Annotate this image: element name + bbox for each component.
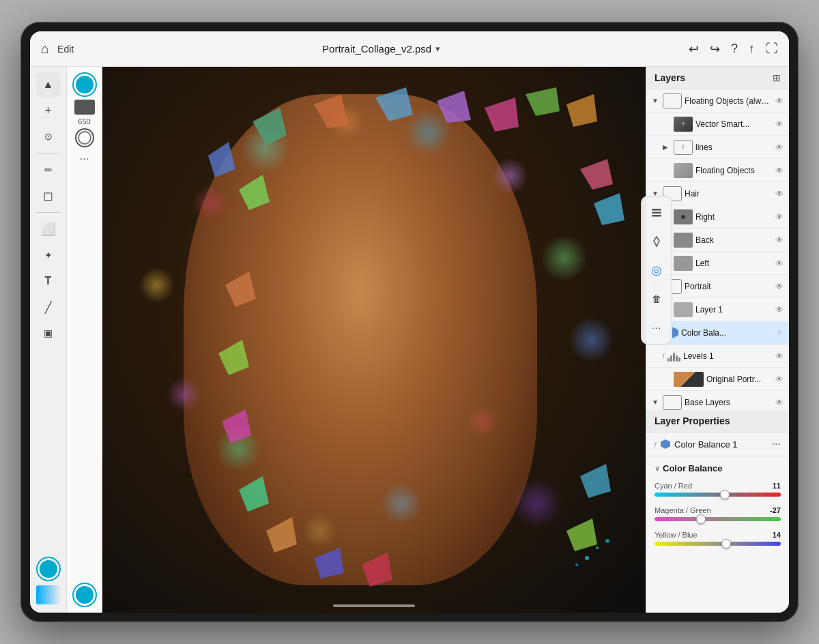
eye-orig[interactable]: 👁 xyxy=(775,375,784,384)
yellow-value: 14 xyxy=(773,531,781,539)
yellow-thumb[interactable] xyxy=(721,539,731,548)
header-center: Portrait_Collage_v2.psd ▾ xyxy=(322,43,440,55)
eraser-tool[interactable]: ◻ xyxy=(36,184,61,208)
slider-yellow-blue: Yellow / Blue 14 xyxy=(655,531,781,546)
fullscreen-icon[interactable]: ⛶ xyxy=(766,42,778,56)
cyan-thumb[interactable] xyxy=(720,490,730,499)
select-tool[interactable]: ▲ xyxy=(36,72,61,97)
brush-shape[interactable] xyxy=(74,100,95,115)
eye-back[interactable]: 👁 xyxy=(775,235,784,245)
image-tool[interactable]: ▣ xyxy=(36,321,61,345)
bar1 xyxy=(667,358,670,362)
section-chevron[interactable]: ∨ xyxy=(655,464,660,473)
properties-more-btn[interactable]: ··· xyxy=(772,438,781,450)
color-circle2 xyxy=(76,586,94,604)
layer-name-right: Right xyxy=(695,212,773,222)
canvas-area[interactable] xyxy=(102,67,646,613)
brush-size-circle[interactable] xyxy=(72,72,97,97)
eye-right[interactable]: 👁 xyxy=(775,212,784,222)
layer-levels1[interactable]: 𝑓 Levels 1 👁 xyxy=(646,345,789,368)
bar3 xyxy=(673,353,675,362)
line-tool[interactable]: ╱ xyxy=(36,295,61,319)
layers-icon xyxy=(650,207,663,219)
brush-fill xyxy=(76,76,94,93)
layers-settings-icon[interactable]: ⊞ xyxy=(773,72,781,83)
yellow-track[interactable] xyxy=(655,542,781,546)
brushes-action-btn[interactable] xyxy=(646,231,667,252)
color-action-btn[interactable]: ◎ xyxy=(646,259,667,281)
eye-portrait-group[interactable]: 👁 xyxy=(775,282,784,291)
layer-lines-group[interactable]: ▶ f lines 👁 xyxy=(646,136,789,159)
eye-left[interactable]: 👁 xyxy=(775,259,784,268)
eye-lines[interactable]: 👁 xyxy=(775,143,784,152)
eye-hair[interactable]: 👁 xyxy=(775,189,784,199)
transform-tool[interactable]: ⬜ xyxy=(36,217,61,241)
magenta-label: Magenta / Green xyxy=(655,506,711,514)
layer-original-portrait[interactable]: Original Portr... 👁 xyxy=(646,368,789,391)
brush-hardness[interactable] xyxy=(75,128,94,147)
lasso-tool[interactable]: ⊙ xyxy=(36,124,61,149)
layer-name-levels: Levels 1 xyxy=(683,351,773,361)
edit-label[interactable]: Edit xyxy=(57,44,74,55)
selected-layer-row: 𝑓 Color Balance 1 ··· xyxy=(646,433,789,456)
brush-size-label: 650 xyxy=(78,117,90,126)
magenta-track[interactable] xyxy=(655,517,781,521)
brush-panel: 650 ··· xyxy=(67,67,102,613)
redo-icon[interactable]: ↪ xyxy=(710,42,720,57)
layer-floating-group[interactable]: ▼ Floating Objects (alway... 👁 xyxy=(646,89,789,113)
color-swatch-bottom2[interactable] xyxy=(72,583,97,607)
brush-tool[interactable]: ✏ xyxy=(36,158,61,182)
healing-tool[interactable]: ✦ xyxy=(36,243,61,267)
layer-name-cb: Color Bala... xyxy=(681,328,773,338)
layer-name-fo: Floating Objects xyxy=(695,166,773,175)
eye-levels[interactable]: 👁 xyxy=(775,351,784,361)
color-picker-bottom[interactable] xyxy=(36,557,61,581)
expand-lines[interactable]: ▶ xyxy=(663,143,671,151)
cyan-track[interactable] xyxy=(655,493,781,497)
undo-icon[interactable]: ↩ xyxy=(689,42,699,57)
opacity-slider[interactable] xyxy=(36,585,61,604)
expand-floating[interactable]: ▼ xyxy=(652,97,660,104)
home-icon[interactable]: ⌂ xyxy=(41,41,49,57)
layer-base-layers[interactable]: ▼ Base Layers 👁 xyxy=(646,391,789,410)
delete-action-btn[interactable]: 🗑 xyxy=(646,288,667,310)
layer-vector-smart[interactable]: ✦ Vector Smart... 👁 xyxy=(646,113,789,136)
magenta-value: -27 xyxy=(770,506,781,514)
more-action-btn[interactable]: ··· xyxy=(646,317,667,338)
layer-properties-panel: Layer Properties 𝑓 Color Balance 1 ··· ∨… xyxy=(646,410,789,613)
cyan-label: Cyan / Red xyxy=(655,482,692,490)
selected-layer-name: Color Balance 1 xyxy=(674,439,768,450)
toolbar-divider xyxy=(36,153,61,153)
layers-title: Layers xyxy=(655,72,685,83)
eye-fo[interactable]: 👁 xyxy=(775,166,784,175)
properties-title: Layer Properties xyxy=(655,415,730,426)
home-indicator xyxy=(333,604,415,607)
share-icon[interactable]: ↑ xyxy=(749,42,755,56)
help-icon[interactable]: ? xyxy=(731,42,738,56)
eye-base[interactable]: 👁 xyxy=(775,398,784,407)
layer-name-hair: Hair xyxy=(685,189,773,199)
eye-vector[interactable]: 👁 xyxy=(775,119,784,129)
layer-name-orig: Original Portr... xyxy=(706,375,773,384)
thumb-left xyxy=(674,256,693,271)
magenta-thumb[interactable] xyxy=(696,514,706,524)
more-options-icon[interactable]: ··· xyxy=(80,153,89,165)
layer-floating-objects[interactable]: Floating Objects 👁 xyxy=(646,159,789,182)
left-toolbar: ▲ + ⊙ ✏ ◻ ⬜ ✦ T ╱ ▣ xyxy=(30,67,67,613)
eye-layer1[interactable]: 👁 xyxy=(775,305,784,314)
expand-base[interactable]: ▼ xyxy=(652,398,660,406)
magenta-label-row: Magenta / Green -27 xyxy=(655,506,781,514)
type-tool[interactable]: T xyxy=(36,269,61,293)
eye-floating[interactable]: 👁 xyxy=(775,96,784,106)
layers-action-btn[interactable] xyxy=(646,202,667,224)
layer-name-vector: Vector Smart... xyxy=(695,119,773,129)
section-title: Color Balance xyxy=(663,463,722,473)
layer-name-left: Left xyxy=(695,259,773,268)
filename-label: Portrait_Collage_v2.psd xyxy=(322,43,431,55)
add-tool[interactable]: + xyxy=(36,98,61,123)
layer-name-floating: Floating Objects (alway... xyxy=(685,96,773,106)
eye-cb[interactable]: 👁 xyxy=(775,328,784,338)
filename-dropdown-icon[interactable]: ▾ xyxy=(435,44,440,54)
layer-name-lines: lines xyxy=(695,143,773,152)
properties-header: Layer Properties xyxy=(646,410,789,433)
